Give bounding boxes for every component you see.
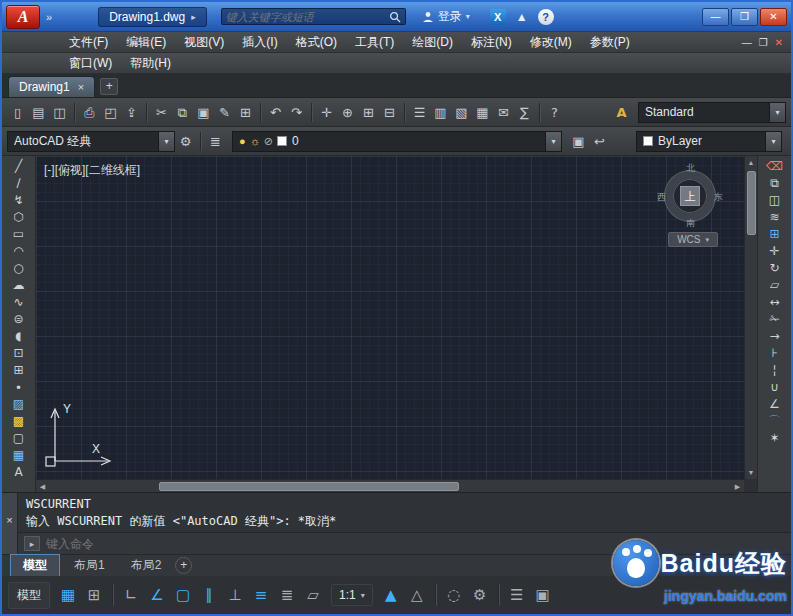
a360-icon[interactable]: ▲ (516, 10, 528, 24)
close-button[interactable]: ✕ (760, 8, 787, 26)
doc-restore-button[interactable]: ❐ (759, 37, 768, 48)
restore-button[interactable]: ❐ (731, 8, 758, 26)
dynamic-ucs-icon[interactable]: ⊥ (223, 583, 247, 607)
save-icon[interactable]: ◫ (49, 102, 70, 123)
annotation-visibility-icon[interactable]: ▲ (379, 583, 403, 607)
block-editor-icon[interactable]: ⊞ (235, 102, 256, 123)
file-tab-drawing1[interactable]: Drawing1 × (8, 76, 95, 97)
array-icon[interactable]: ⊞ (764, 226, 786, 243)
vertical-scroll-thumb[interactable] (747, 171, 756, 235)
publish-icon[interactable]: ⇪ (121, 102, 142, 123)
scroll-up-icon[interactable]: ▲ (745, 156, 758, 169)
dynamic-input-icon[interactable]: ≡ (249, 583, 273, 607)
osnap-icon[interactable]: ▢ (171, 583, 195, 607)
lineweight-icon[interactable]: ≣ (275, 583, 299, 607)
doc-minimize-button[interactable]: — (742, 37, 752, 48)
ortho-icon[interactable]: ∟ (119, 583, 143, 607)
zoom-previous-icon[interactable]: ⊟ (379, 102, 400, 123)
break-icon[interactable]: ¦ (764, 362, 786, 379)
chevron-down-icon[interactable]: ▾ (769, 103, 785, 122)
menu-edit[interactable]: 编辑(E) (117, 32, 175, 53)
layer-properties-icon[interactable]: ≣ (205, 131, 226, 152)
quick-access-overflow-icon[interactable]: » (46, 11, 52, 23)
revision-cloud-icon[interactable]: ☁ (8, 277, 30, 294)
menu-dimension[interactable]: 标注(N) (462, 32, 521, 53)
tool-palettes-icon[interactable]: ▧ (451, 102, 472, 123)
menu-modify[interactable]: 修改(M) (521, 32, 581, 53)
tab-close-icon[interactable]: × (78, 81, 84, 93)
match-properties-icon[interactable]: ✎ (214, 102, 235, 123)
chamfer-icon[interactable]: ∠ (764, 396, 786, 413)
standard-style-combo[interactable]: Standard ▾ (638, 102, 786, 123)
model-space-canvas[interactable]: [-][俯视][二维线框] 北 南 西 东 上 WCS ▾ (36, 156, 744, 479)
wcs-menu[interactable]: WCS ▾ (668, 232, 718, 247)
extend-icon[interactable]: → (764, 328, 786, 345)
application-menu-button[interactable]: A (6, 5, 40, 29)
designcenter-icon[interactable]: ▥ (430, 102, 451, 123)
layer-thaw-icon[interactable]: ☼ (250, 135, 260, 147)
point-icon[interactable]: ∙ (8, 379, 30, 396)
otrack-icon[interactable]: ∥ (197, 583, 221, 607)
pan-icon[interactable]: ✛ (316, 102, 337, 123)
make-object-layer-current-icon[interactable]: ▣ (568, 131, 589, 152)
markup-icon[interactable]: ✉ (493, 102, 514, 123)
scale-icon[interactable]: ▱ (764, 277, 786, 294)
zoom-realtime-icon[interactable]: ⊕ (337, 102, 358, 123)
tab-model[interactable]: 模型 (10, 554, 60, 577)
help-search-box[interactable] (221, 8, 406, 25)
redo-icon[interactable]: ↷ (286, 102, 307, 123)
clean-screen-icon[interactable]: ▣ (531, 583, 555, 607)
gradient-icon[interactable]: ▩ (8, 413, 30, 430)
customization-icon[interactable]: ☰ (505, 583, 529, 607)
viewcube-north-label[interactable]: 北 (686, 162, 695, 175)
isolate-objects-icon[interactable]: ◌ (442, 583, 466, 607)
doc-close-button[interactable]: ✕ (775, 37, 783, 48)
menu-draw[interactable]: 绘图(D) (403, 32, 462, 53)
copy-icon[interactable]: ⧉ (764, 175, 786, 192)
help-icon[interactable]: ? (538, 9, 554, 25)
hatch-icon[interactable]: ▨ (8, 396, 30, 413)
chevron-down-icon[interactable]: ▾ (158, 132, 174, 151)
new-tab-button[interactable]: + (100, 78, 118, 95)
ellipse-arc-icon[interactable]: ◖ (8, 328, 30, 345)
polar-tracking-icon[interactable]: ∠ (145, 583, 169, 607)
search-icon[interactable] (389, 11, 401, 23)
hardware-acceleration-icon[interactable]: ⚙ (468, 583, 492, 607)
undo-icon[interactable]: ↶ (265, 102, 286, 123)
make-block-icon[interactable]: ⊞ (8, 362, 30, 379)
chevron-down-icon[interactable]: ▾ (765, 132, 781, 151)
open-icon[interactable]: ▤ (28, 102, 49, 123)
menu-parametric[interactable]: 参数(P) (581, 32, 639, 53)
join-icon[interactable]: ∪ (764, 379, 786, 396)
move-icon[interactable]: ✛ (764, 243, 786, 260)
fillet-icon[interactable]: ⌒ (764, 413, 786, 430)
stretch-icon[interactable]: ↔ (764, 294, 786, 311)
properties-icon[interactable]: ☰ (409, 102, 430, 123)
viewcube-east-label[interactable]: 东 (714, 191, 723, 204)
table-icon[interactable]: ▦ (8, 447, 30, 464)
paste-icon[interactable]: ▣ (193, 102, 214, 123)
new-drawing-icon[interactable]: ▯ (7, 102, 28, 123)
command-input[interactable] (46, 537, 785, 551)
snap-icon[interactable]: ⊞ (82, 583, 106, 607)
menu-format[interactable]: 格式(O) (287, 32, 346, 53)
menu-help[interactable]: 帮助(H) (121, 53, 180, 74)
scroll-right-icon[interactable]: ▶ (731, 480, 744, 493)
color-combo[interactable]: ByLayer ▾ (636, 131, 782, 152)
workspace-settings-icon[interactable]: ⚙ (175, 131, 196, 152)
tab-layout2[interactable]: 布局2 (119, 555, 174, 576)
transparency-icon[interactable]: ▱ (301, 583, 325, 607)
circle-icon[interactable]: ○ (8, 260, 30, 277)
ellipse-icon[interactable]: ⊜ (8, 311, 30, 328)
viewcube-west-label[interactable]: 西 (657, 191, 666, 204)
layer-on-icon[interactable]: ● (239, 135, 246, 147)
construction-line-icon[interactable]: ∕ (8, 175, 30, 192)
cut-icon[interactable]: ✂ (151, 102, 172, 123)
sign-in-button[interactable]: 登录 ▾ (422, 8, 470, 25)
horizontal-scrollbar[interactable]: ◀ ▶ (36, 479, 744, 492)
polyline-icon[interactable]: ↯ (8, 192, 30, 209)
plot-preview-icon[interactable]: ◰ (100, 102, 121, 123)
help-icon[interactable]: ? (544, 102, 565, 123)
viewport-controls-label[interactable]: [-][俯视][二维线框] (44, 162, 140, 179)
zoom-window-icon[interactable]: ⊞ (358, 102, 379, 123)
